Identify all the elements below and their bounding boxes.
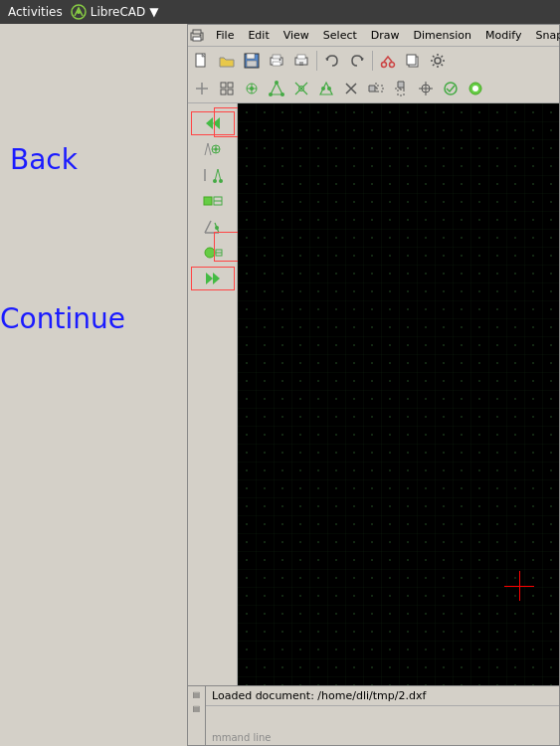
- toolbar-undo-btn[interactable]: [320, 49, 344, 73]
- svg-rect-21: [221, 83, 226, 88]
- toolbar-snap-intersection-btn[interactable]: [289, 77, 313, 100]
- svg-point-38: [214, 148, 217, 151]
- toolbar-settings-btn[interactable]: [426, 49, 450, 73]
- dot-grid: [238, 103, 559, 685]
- svg-point-17: [390, 63, 395, 68]
- document-status-line: Loaded document: /home/dli/tmp/2.dxf: [206, 686, 559, 706]
- status-icon-2: ▤: [191, 702, 203, 714]
- menu-edit[interactable]: Edit: [242, 27, 275, 44]
- svg-point-27: [275, 81, 279, 85]
- toolbar-add-btn[interactable]: [190, 77, 214, 100]
- svg-rect-9: [247, 61, 257, 67]
- svg-point-31: [321, 87, 325, 91]
- svg-point-16: [382, 63, 387, 68]
- toolbar-sep-2: [372, 51, 373, 71]
- svg-rect-49: [238, 103, 559, 685]
- librecad-dropdown-arrow[interactable]: ▼: [149, 5, 158, 19]
- svg-point-26: [250, 87, 254, 91]
- svg-rect-8: [247, 54, 255, 59]
- main-area: [188, 103, 559, 685]
- app-window: File Edit View Select Draw Dimension Mod…: [187, 24, 560, 746]
- status-bar: ▤ ▤ Loaded document: /home/dli/tmp/2.dxf…: [188, 685, 559, 745]
- svg-point-29: [280, 93, 284, 96]
- svg-rect-3: [193, 30, 201, 34]
- svg-point-44: [205, 248, 215, 258]
- toolbar-crosshair-btn[interactable]: [414, 77, 438, 100]
- toolbar-cut-btn[interactable]: [376, 49, 400, 73]
- continue-label: Continue: [0, 302, 125, 335]
- toolbar-grid-btn[interactable]: [215, 77, 239, 100]
- menu-draw[interactable]: Draw: [365, 27, 406, 44]
- menu-snap[interactable]: Snap: [529, 27, 560, 44]
- toolbar-area: [188, 47, 559, 103]
- toolbar-mirror-v-btn[interactable]: [389, 77, 413, 100]
- menu-bar: File Edit View Select Draw Dimension Mod…: [188, 25, 559, 47]
- svg-rect-41: [204, 197, 212, 205]
- toolbar-snap-off-btn[interactable]: [464, 77, 487, 100]
- snap-magnetic-btn[interactable]: [191, 241, 235, 265]
- svg-rect-15: [297, 55, 305, 59]
- menu-view[interactable]: View: [278, 27, 315, 44]
- svg-rect-11: [273, 55, 280, 59]
- svg-rect-24: [228, 90, 233, 94]
- status-left-icons: ▤ ▤: [188, 686, 206, 745]
- menu-dimension[interactable]: Dimension: [408, 27, 477, 44]
- side-labels-area: Back Continue: [0, 24, 187, 746]
- command-line-area[interactable]: mmand line: [206, 706, 559, 745]
- command-line-label: mmand line: [212, 732, 272, 743]
- toolbar-snap-node-btn[interactable]: [265, 77, 288, 100]
- crosshair-vertical: [519, 571, 520, 601]
- svg-rect-4: [193, 37, 201, 41]
- svg-point-1: [77, 10, 81, 14]
- toolbar-row-1: [188, 47, 559, 75]
- snap-free-btn[interactable]: [191, 137, 235, 161]
- printer-icon: [190, 28, 204, 44]
- librecad-icon: [71, 4, 87, 20]
- svg-point-36: [472, 86, 478, 92]
- svg-rect-23: [221, 90, 226, 94]
- toolbar-new-btn[interactable]: [190, 49, 214, 73]
- menu-file[interactable]: File: [210, 27, 240, 44]
- toolbar-print2-btn[interactable]: [289, 49, 313, 73]
- toolbar-snap-middle-btn[interactable]: [314, 77, 338, 100]
- toolbar-snap-on-btn[interactable]: [439, 77, 463, 100]
- svg-point-28: [269, 93, 273, 96]
- svg-point-5: [200, 34, 202, 36]
- svg-rect-22: [228, 83, 233, 88]
- toolbar-redo-btn[interactable]: [345, 49, 369, 73]
- toolbar-row-2: [188, 75, 559, 102]
- svg-point-40: [219, 179, 223, 183]
- continue-button[interactable]: [191, 267, 235, 290]
- toolbar-print-btn[interactable]: [265, 49, 288, 73]
- system-bar: Activities LibreCAD ▼: [0, 0, 560, 24]
- status-content: Loaded document: /home/dli/tmp/2.dxf mma…: [206, 686, 559, 745]
- menu-modify[interactable]: Modify: [479, 27, 527, 44]
- svg-rect-19: [407, 55, 416, 65]
- back-label: Back: [10, 143, 78, 176]
- back-button[interactable]: [191, 111, 235, 135]
- canvas-area[interactable]: [238, 103, 559, 685]
- toolbar-mirror-h-btn[interactable]: [364, 77, 388, 100]
- toolbar-save-btn[interactable]: [240, 49, 264, 73]
- status-icon-1: ▤: [191, 688, 203, 700]
- svg-point-39: [213, 179, 217, 183]
- toolbar-copy-btn[interactable]: [401, 49, 425, 73]
- librecad-app-label[interactable]: LibreCAD ▼: [71, 4, 159, 20]
- snap-angle-btn[interactable]: [191, 215, 235, 239]
- toolbar-snap-center-btn[interactable]: [240, 77, 264, 100]
- snap-endpoint-btn[interactable]: [191, 163, 235, 187]
- svg-rect-12: [273, 62, 280, 66]
- activities-label[interactable]: Activities: [8, 5, 63, 19]
- svg-point-34: [445, 83, 457, 94]
- svg-point-43: [215, 226, 219, 230]
- left-toolbar: [188, 103, 238, 685]
- snap-onentity-btn[interactable]: [191, 189, 235, 213]
- menu-select[interactable]: Select: [317, 27, 363, 44]
- toolbar-delete-btn[interactable]: [339, 77, 363, 100]
- svg-point-32: [327, 87, 331, 91]
- librecad-name: LibreCAD: [91, 5, 146, 19]
- toolbar-open-btn[interactable]: [215, 49, 239, 73]
- toolbar-sep-1: [316, 51, 317, 71]
- document-status-text: Loaded document: /home/dli/tmp/2.dxf: [212, 689, 426, 702]
- svg-point-20: [435, 58, 441, 64]
